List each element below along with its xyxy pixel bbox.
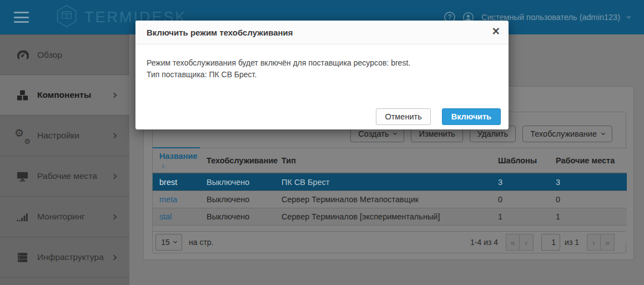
- cancel-button[interactable]: Отменить: [376, 108, 430, 125]
- chevron-right-icon: [112, 133, 117, 138]
- modal-header: Включить режим техобслуживания ×: [135, 21, 509, 44]
- column-header-label: Название: [159, 152, 197, 161]
- app-window: TERMIDESK ? Системный пользователь (admi…: [0, 0, 644, 285]
- hamburger-menu-icon[interactable]: [14, 12, 29, 23]
- create-button-label: Создать: [358, 129, 389, 138]
- workplaces-cell: 0: [549, 191, 627, 208]
- sidebar-item-workplaces[interactable]: Рабочие места: [0, 156, 129, 197]
- templates-cell: 1: [491, 208, 549, 225]
- maintenance-dropdown-button[interactable]: Техобслуживание: [522, 126, 612, 142]
- dashboard-icon: [16, 48, 29, 62]
- modal-message-line: Тип поставщика: ПК СВ Брест.: [147, 69, 497, 81]
- sidebar-item-monitoring[interactable]: Мониторинг: [0, 197, 129, 237]
- providers-table-card: Создать Изменить Удалить Техобслуживание: [152, 112, 626, 253]
- prev-page-button[interactable]: ‹: [520, 234, 534, 251]
- providers-table: Название Техобслуживание Тип Шаблоны Раб…: [153, 147, 627, 242]
- provider-link[interactable]: stal: [159, 212, 172, 221]
- last-page-button[interactable]: »: [601, 234, 615, 251]
- sidebar-item-infrastructure[interactable]: Инфраструктура: [0, 237, 129, 278]
- range-label: 1-4 из 4: [470, 238, 498, 247]
- column-header-maintenance[interactable]: Техобслуживание: [200, 148, 275, 173]
- table-row[interactable]: stal Выключено Сервер Терминалов [экспер…: [153, 208, 627, 225]
- sidebar-item-label: Мониторинг: [37, 212, 85, 222]
- sidebar-nav: Обзор Компоненты ⚙⚙ Настройки Рабочие ме…: [0, 34, 129, 285]
- monitoring-icon: [16, 210, 29, 223]
- page-of-label: из 1: [565, 238, 579, 247]
- sidebar-item-overview[interactable]: Обзор: [0, 34, 129, 75]
- maintenance-cell: Выключено: [200, 191, 275, 208]
- delete-button-label: Удалить: [477, 129, 508, 138]
- close-icon[interactable]: ×: [492, 24, 500, 39]
- next-page-button[interactable]: ›: [587, 234, 601, 251]
- chevron-right-icon: [112, 214, 117, 219]
- table-header-row: Название Техобслуживание Тип Шаблоны Раб…: [153, 148, 627, 173]
- maintenance-cell: Выключено: [200, 208, 275, 225]
- pagination: 1-4 из 4 « ‹ из 1 › »: [470, 234, 615, 251]
- sidebar-item-settings[interactable]: ⚙⚙ Настройки: [0, 116, 129, 156]
- page-size-value: 15: [161, 238, 170, 247]
- sidebar-item-label: Инфраструктура: [37, 252, 104, 262]
- templates-cell: 0: [491, 191, 549, 208]
- per-page-label: на стр.: [189, 238, 214, 247]
- infrastructure-icon: [16, 251, 29, 264]
- pagination-forward-group: › »: [587, 234, 615, 251]
- page-number-input[interactable]: [541, 234, 560, 251]
- pagination-back-group: « ‹: [506, 234, 534, 251]
- column-header-templates[interactable]: Шаблоны: [491, 148, 549, 173]
- provider-link[interactable]: brest: [159, 178, 177, 187]
- maintenance-cell: Выключено: [200, 173, 275, 191]
- type-cell: Сервер Терминалов Метапоставщик: [275, 191, 491, 208]
- column-header-workplaces[interactable]: Рабочие места: [549, 148, 627, 173]
- type-cell: ПК СВ Брест: [275, 173, 491, 191]
- chevron-right-icon: [112, 92, 117, 98]
- page-size-select[interactable]: 15: [155, 234, 182, 251]
- templates-cell: 3: [491, 173, 549, 191]
- maintenance-modal: Включить режим техобслуживания × Режим т…: [135, 21, 509, 129]
- modal-title: Включить режим техобслуживания: [147, 28, 293, 37]
- first-page-button[interactable]: «: [506, 234, 520, 251]
- modal-footer: Отменить Включить: [376, 108, 501, 125]
- column-header-type[interactable]: Тип: [275, 148, 491, 173]
- column-header-name[interactable]: Название: [153, 148, 200, 173]
- chevron-down-icon: [173, 239, 177, 243]
- workplaces-icon: [16, 169, 29, 183]
- workplaces-cell: 3: [549, 173, 627, 191]
- sidebar-item-label: Настройки: [37, 131, 79, 141]
- edit-button-label: Изменить: [419, 129, 455, 138]
- chevron-down-icon[interactable]: [627, 14, 631, 18]
- maintenance-button-label: Техобслуживание: [530, 129, 597, 138]
- table-row[interactable]: brest Выключено ПК СВ Брест 3 3: [153, 173, 627, 191]
- type-cell: Сервер Терминалов [экспериментальный]: [275, 208, 491, 225]
- chevron-right-icon: [112, 173, 117, 179]
- components-icon: [16, 88, 29, 102]
- sidebar-item-label: Обзор: [37, 50, 62, 60]
- settings-icon: ⚙⚙: [16, 129, 29, 142]
- provider-link[interactable]: meta: [159, 195, 177, 204]
- sort-asc-icon: [162, 164, 166, 168]
- table-footer: 15 на стр. 1-4 из 4 « ‹ из 1 ›: [153, 231, 626, 253]
- sidebar-item-components[interactable]: Компоненты: [0, 75, 129, 116]
- modal-message-line: Режим техобслуживания будет включён для …: [147, 57, 497, 69]
- chevron-down-icon: [393, 131, 397, 134]
- termidesk-hexagon-logo-icon: [54, 4, 79, 31]
- sidebar-item-label: Рабочие места: [37, 171, 97, 181]
- modal-body: Режим техобслуживания будет включён для …: [135, 44, 509, 81]
- sidebar-item-label: Компоненты: [37, 90, 91, 100]
- chevron-down-icon: [601, 131, 605, 134]
- table-row[interactable]: meta Выключено Сервер Терминалов Метапос…: [153, 191, 627, 208]
- confirm-enable-button[interactable]: Включить: [442, 108, 501, 125]
- chevron-right-icon: [112, 254, 117, 260]
- workplaces-cell: 1: [549, 208, 627, 225]
